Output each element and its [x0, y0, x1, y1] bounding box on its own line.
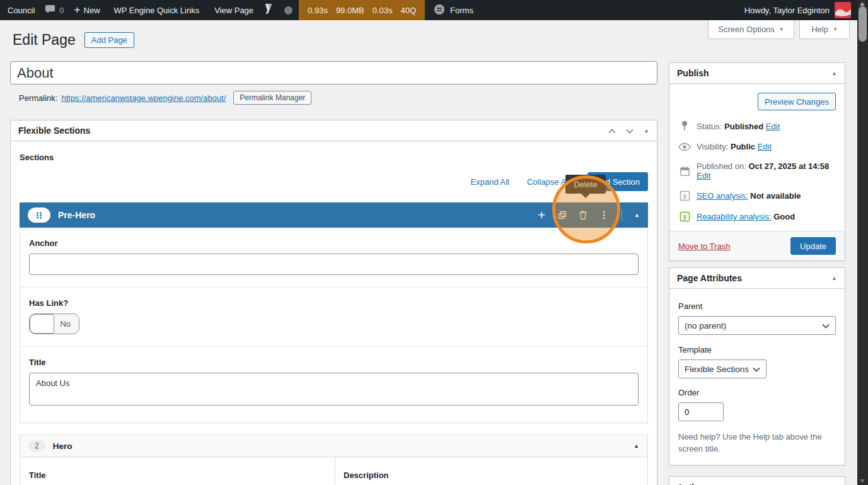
title-textarea[interactable]: About Us: [29, 373, 639, 406]
qm-memory: 99.0MB: [336, 6, 364, 15]
move-to-trash-link[interactable]: Move to Trash: [678, 242, 730, 251]
has-link-toggle[interactable]: No: [29, 313, 79, 334]
howdy-label: Howdy, Taylor Edginton: [744, 6, 830, 15]
permalink-row: Permalink: https://americanwstage.wpengi…: [19, 91, 311, 105]
add-page-button[interactable]: Add Page: [84, 32, 134, 48]
admin-bar-yoast[interactable]: [258, 0, 281, 20]
section-collapse-icon[interactable]: ▲: [634, 443, 639, 449]
has-link-label: Has Link?: [29, 298, 639, 308]
has-link-field: Has Link? No: [20, 287, 647, 346]
admin-bar-view-page[interactable]: View Page: [209, 0, 258, 20]
anchor-field: Anchor: [20, 228, 647, 287]
template-select-value: Flexible Sections: [685, 365, 749, 374]
title-label: Title: [29, 470, 326, 480]
permalink-link[interactable]: https://americanwstage.wpengine.com/abou…: [61, 93, 226, 103]
page-attributes-metabox: Page Attributes ▲ Parent (no parent) Tem…: [669, 267, 845, 465]
toggle-knob[interactable]: [30, 314, 54, 334]
yoast-readability-green-icon: y: [678, 211, 691, 222]
delete-trash-icon[interactable]: [577, 209, 589, 221]
vertical-scrollbar[interactable]: [857, 0, 868, 485]
seo-analysis-link[interactable]: SEO analysis:: [697, 191, 748, 201]
page-attributes-help-text: Need help? Use the Help tab above the sc…: [678, 431, 835, 455]
visibility-row: Visibility: Public Edit: [678, 142, 836, 151]
qm-time: 0.93s: [308, 6, 328, 15]
title-label: Title: [29, 358, 639, 367]
expand-all-link[interactable]: Expand All: [471, 177, 509, 187]
scroll-down-arrow[interactable]: [860, 479, 865, 483]
admin-bar-account[interactable]: Howdy, Taylor Edginton: [744, 2, 857, 18]
help-tab[interactable]: Help ▼: [799, 20, 850, 39]
collapse-toggle-icon[interactable]: ▲: [644, 127, 649, 134]
wordpress-edit-page-screen: Council 0 + New WP Engine Quick Links Vi…: [0, 0, 868, 485]
author-header[interactable]: Author ▲: [669, 477, 845, 485]
edit-published-link[interactable]: Edit: [697, 171, 710, 180]
add-row-icon[interactable]: +: [536, 209, 547, 221]
flexible-sections-metabox: Flexible Sections ▲ Sections Expand All …: [10, 120, 657, 485]
admin-bar-wpengine-links[interactable]: WP Engine Quick Links: [109, 0, 205, 20]
move-up-icon[interactable]: [608, 126, 616, 136]
admin-bar-comments[interactable]: 0: [40, 0, 69, 20]
gray-dot-icon: [284, 6, 292, 15]
move-down-icon[interactable]: [626, 126, 634, 136]
chevron-down-icon: ▼: [779, 26, 784, 32]
tooltip-label: Delete: [574, 180, 598, 189]
divider: [622, 209, 622, 221]
publish-body: Preview Changes Status: Published Edit V…: [669, 84, 845, 260]
page-heading-row: Edit Page Add Page: [13, 32, 134, 49]
seo-analysis-row: y SEO analysis: Not available: [678, 190, 836, 201]
chevron-down-icon: ▼: [833, 26, 838, 32]
section-number-badge: 2: [28, 440, 45, 452]
site-name-label: Council: [8, 6, 35, 15]
edit-visibility-link[interactable]: Edit: [758, 142, 772, 151]
readability-value: Good: [773, 212, 795, 221]
duplicate-icon[interactable]: [557, 209, 568, 221]
admin-bar-site-name[interactable]: Council: [3, 0, 40, 20]
permalink-manager-button[interactable]: Permalink Manager: [233, 91, 311, 105]
screen-options-label: Screen Options: [718, 25, 775, 34]
admin-bar-forms[interactable]: Forms: [429, 0, 478, 20]
parent-select[interactable]: (no parent): [678, 316, 836, 335]
readability-analysis-link[interactable]: Readability analysis:: [697, 212, 772, 221]
page-attributes-header[interactable]: Page Attributes ▲: [669, 268, 845, 289]
published-value: Oct 27, 2025 at 14:58: [748, 161, 829, 171]
section-collapse-icon[interactable]: ▲: [634, 212, 640, 218]
flexible-sections-header[interactable]: Flexible Sections ▲: [11, 120, 657, 141]
metabox-title: Flexible Sections: [18, 126, 90, 136]
forms-label: Forms: [450, 6, 473, 15]
section-header-hero[interactable]: 2 Hero ▲: [20, 435, 648, 457]
admin-bar-query-monitor[interactable]: 0.93s 99.0MB 0.03s 40Q: [299, 0, 425, 20]
scroll-up-arrow[interactable]: [860, 2, 865, 6]
preview-changes-button[interactable]: Preview Changes: [758, 93, 836, 110]
drag-handle[interactable]: [28, 207, 50, 223]
post-title-input[interactable]: [10, 61, 657, 85]
metabox-title: Publish: [677, 68, 709, 78]
comment-count: 0: [59, 6, 64, 15]
drag-dots-icon: [35, 211, 43, 219]
svg-text:y: y: [683, 213, 686, 220]
admin-bar-new-button[interactable]: + New: [69, 0, 105, 20]
template-select[interactable]: Flexible Sections: [678, 359, 767, 378]
sections-field-label: Sections: [20, 153, 648, 162]
eye-icon: [678, 143, 691, 151]
more-options-icon[interactable]: [598, 209, 610, 221]
author-metabox: Author ▲: [669, 476, 845, 485]
status-value: Published: [724, 122, 763, 131]
permalink-label: Permalink:: [19, 93, 57, 103]
screen-options-tab[interactable]: Screen Options ▼: [708, 20, 794, 39]
publish-metabox: Publish ▲ Preview Changes Status: Publis…: [669, 62, 845, 261]
admin-bar-status-dot[interactable]: [281, 0, 296, 20]
toggle-value-label: No: [60, 319, 71, 329]
view-page-label: View Page: [214, 6, 253, 15]
collapse-toggle-icon[interactable]: ▲: [831, 70, 837, 76]
hero-title-column: Title: [20, 457, 335, 485]
order-input[interactable]: [678, 402, 724, 421]
edit-status-link[interactable]: Edit: [766, 122, 780, 131]
update-button[interactable]: Update: [790, 237, 836, 255]
collapse-all-link[interactable]: Collapse All: [527, 177, 570, 187]
publish-header[interactable]: Publish ▲: [669, 63, 845, 84]
section-header-pre-hero[interactable]: Pre-Hero + ▲: [20, 202, 648, 228]
anchor-input[interactable]: [29, 254, 639, 275]
collapse-toggle-icon[interactable]: ▲: [831, 275, 837, 281]
yoast-icon: [263, 3, 275, 17]
scrollbar-thumb[interactable]: [859, 6, 867, 42]
